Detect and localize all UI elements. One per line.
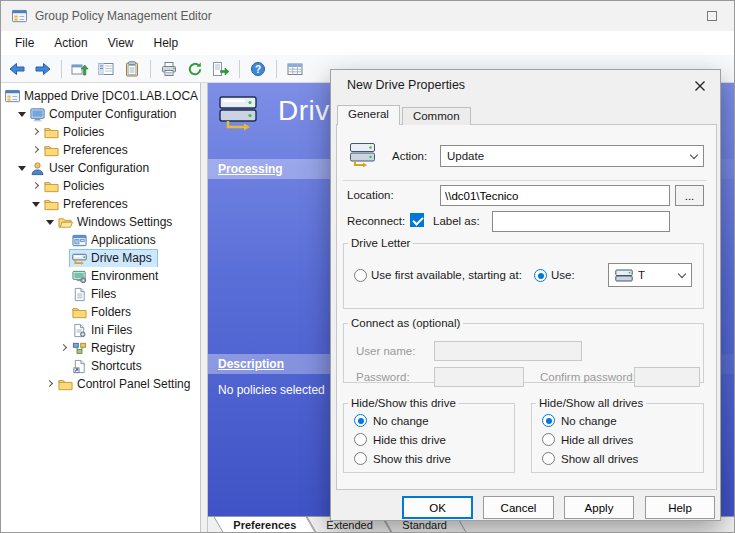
- tree-item-body[interactable]: Folders: [70, 304, 136, 321]
- tree-item-shortcuts[interactable]: Shortcuts: [1, 357, 200, 375]
- menu-help[interactable]: Help: [144, 33, 189, 53]
- chevron-right-icon[interactable]: [45, 379, 56, 390]
- printer-button[interactable]: [157, 57, 181, 81]
- action-select[interactable]: Update: [440, 145, 704, 167]
- drive-letter-value: T: [638, 269, 673, 281]
- label-as-input[interactable]: [492, 211, 670, 232]
- dialog-tab-general[interactable]: General: [337, 105, 400, 125]
- radio-button[interactable]: [354, 414, 367, 427]
- menu-view[interactable]: View: [98, 33, 144, 53]
- tab-preferences[interactable]: Preferences: [214, 517, 316, 532]
- tree-item-ini-files[interactable]: Ini Files: [1, 321, 200, 339]
- tree-item-preferences[interactable]: Preferences: [1, 195, 200, 213]
- chevron-right-icon[interactable]: [59, 343, 70, 354]
- tree-item-body[interactable]: Files: [70, 286, 121, 303]
- chevron-right-icon[interactable]: [31, 181, 42, 192]
- menu-action[interactable]: Action: [44, 33, 97, 53]
- description-header[interactable]: Description: [218, 357, 284, 371]
- radio-option-show-all-drives[interactable]: Show all drives: [532, 449, 703, 468]
- drive-letter-select[interactable]: T: [608, 263, 692, 287]
- connect-as-group: Connect as (optional) User name: Passwor…: [343, 317, 704, 383]
- chevron-right-icon[interactable]: [31, 145, 42, 156]
- chevron-down-icon[interactable]: [17, 109, 28, 120]
- tree-item-policies[interactable]: Policies: [1, 123, 200, 141]
- radio-option-no-change[interactable]: No change: [532, 411, 703, 430]
- radio-option-hide-this-drive[interactable]: Hide this drive: [344, 430, 514, 449]
- tree-item-environment[interactable]: Environment: [1, 267, 200, 285]
- apply-button[interactable]: Apply: [564, 496, 634, 519]
- tree-item-folders[interactable]: Folders: [1, 303, 200, 321]
- tree-item-body[interactable]: Drive Maps: [70, 250, 157, 267]
- radio-button[interactable]: [354, 433, 367, 446]
- tree-item-label: Control Panel Setting: [77, 377, 193, 391]
- tree-item-body[interactable]: Preferences: [42, 142, 133, 159]
- table-button[interactable]: [283, 57, 307, 81]
- tree-item-body[interactable]: Applications: [70, 232, 161, 249]
- radio-option-no-change[interactable]: No change: [344, 411, 514, 430]
- clipboard-button[interactable]: [120, 57, 144, 81]
- export-button[interactable]: [209, 57, 233, 81]
- tree-item-body[interactable]: Environment: [70, 268, 163, 285]
- tree-item-mapped-drive-dc01-lab-loca[interactable]: Mapped Drive [DC01.LAB.LOCA: [1, 87, 200, 105]
- tree-item-applications[interactable]: Applications: [1, 231, 200, 249]
- menu-file[interactable]: File: [5, 33, 44, 53]
- radio-label: No change: [373, 415, 429, 427]
- tree-item-user-configuration[interactable]: User Configuration: [1, 159, 200, 177]
- tree-item-body[interactable]: Policies: [42, 178, 109, 195]
- reconnect-checkbox[interactable]: [410, 213, 424, 227]
- tree-item-body[interactable]: Computer Configuration: [28, 106, 181, 123]
- tree-item-computer-configuration[interactable]: Computer Configuration: [1, 105, 200, 123]
- radio-option-hide-all-drives[interactable]: Hide all drives: [532, 430, 703, 449]
- chevron-down-icon[interactable]: [31, 199, 42, 210]
- processing-header[interactable]: Processing: [218, 162, 283, 176]
- help-button[interactable]: ?: [246, 57, 270, 81]
- tree-item-body[interactable]: Preferences: [42, 196, 133, 213]
- tree-item-body[interactable]: Mapped Drive [DC01.LAB.LOCA: [3, 88, 200, 105]
- chevron-right-icon[interactable]: [31, 127, 42, 138]
- tree-item-body[interactable]: Policies: [42, 124, 109, 141]
- help-button[interactable]: Help: [645, 496, 715, 519]
- tree-item-drive-maps[interactable]: Drive Maps: [1, 249, 200, 267]
- tree-item-body[interactable]: User Configuration: [28, 160, 154, 177]
- back-button[interactable]: [5, 57, 29, 81]
- ok-button[interactable]: OK: [402, 496, 473, 519]
- radio-button[interactable]: [542, 433, 555, 446]
- tree-item-body[interactable]: Control Panel Setting: [56, 376, 195, 393]
- radio-button[interactable]: [542, 414, 555, 427]
- chevron-spacer: [59, 361, 70, 372]
- tree-item-body[interactable]: Registry: [70, 340, 140, 357]
- tree-item-windows-settings[interactable]: Windows Settings: [1, 213, 200, 231]
- forward-button[interactable]: [31, 57, 55, 81]
- radio-option-show-this-drive[interactable]: Show this drive: [344, 449, 514, 468]
- tree-item-policies[interactable]: Policies: [1, 177, 200, 195]
- shortcuts-icon: [72, 359, 87, 374]
- browse-button[interactable]: ...: [675, 185, 704, 206]
- window-up-button[interactable]: [68, 57, 92, 81]
- chevron-down-icon[interactable]: [45, 217, 56, 228]
- tree-item-preferences[interactable]: Preferences: [1, 141, 200, 159]
- dialog-tab-common[interactable]: Common: [402, 107, 471, 125]
- tree-item-body[interactable]: Shortcuts: [70, 358, 147, 375]
- cancel-button[interactable]: Cancel: [483, 496, 554, 519]
- refresh-button[interactable]: [183, 57, 207, 81]
- chevron-down-icon[interactable]: [17, 163, 28, 174]
- radio-button[interactable]: [354, 452, 367, 465]
- svg-text:?: ?: [255, 63, 261, 74]
- tree-pane-button[interactable]: [94, 57, 118, 81]
- dialog-close-button[interactable]: [690, 77, 710, 95]
- pane-splitter[interactable]: [201, 83, 208, 533]
- tree-item-control-panel-setting[interactable]: Control Panel Setting: [1, 375, 200, 393]
- hide-show-all-options: No changeHide all drivesShow all drives: [532, 409, 703, 468]
- tree-item-body[interactable]: Windows Settings: [56, 214, 177, 231]
- folder-icon: [58, 377, 73, 392]
- tree-item-files[interactable]: Files: [1, 285, 200, 303]
- printer-icon: [161, 61, 177, 77]
- maximize-button[interactable]: [690, 1, 734, 31]
- hide-show-all-drives-group: Hide/Show all drives No changeHide all d…: [531, 397, 704, 473]
- use-radio[interactable]: [534, 269, 547, 282]
- tree-item-registry[interactable]: Registry: [1, 339, 200, 357]
- use-first-available-radio[interactable]: [354, 269, 367, 282]
- tree-item-body[interactable]: Ini Files: [70, 322, 137, 339]
- radio-button[interactable]: [542, 452, 555, 465]
- location-input[interactable]: [440, 185, 670, 206]
